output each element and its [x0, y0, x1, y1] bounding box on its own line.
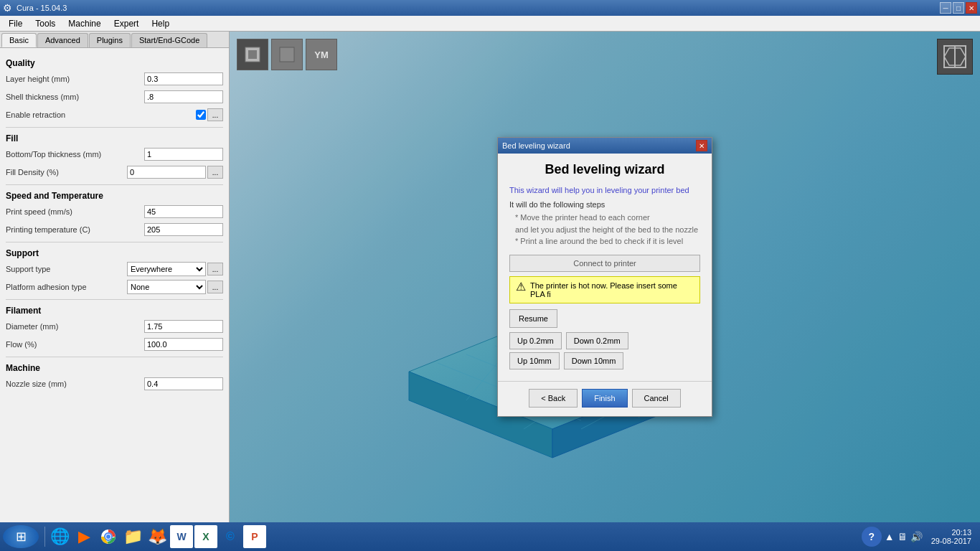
svg-point-24 — [106, 534, 110, 539]
taskbar-date: 29-08-2017 — [931, 537, 971, 545]
flow-label: Flow (%) — [6, 340, 144, 349]
tab-start-end-gcode[interactable]: Start/End-GCode — [131, 33, 207, 47]
menu-bar: File Tools Machine Expert Help — [0, 16, 980, 32]
tab-basic[interactable]: Basic — [1, 33, 37, 47]
cancel-button[interactable]: Cancel — [632, 389, 681, 408]
printing-temp-row: Printing temperature (C) — [6, 222, 223, 237]
platform-adhesion-select[interactable]: None Brim Raft — [127, 280, 206, 294]
dialog-step1: * Move the printer head to each corner — [515, 212, 700, 224]
window-title: Cura - 15.04.3 — [17, 4, 67, 12]
resume-button[interactable]: Resume — [509, 309, 557, 328]
start-button[interactable]: ⊞ — [3, 525, 39, 548]
fill-density-row: Fill Density (%) ... — [6, 164, 223, 180]
layer-height-input[interactable] — [144, 72, 223, 85]
diameter-label: Diameter (mm) — [6, 322, 144, 331]
taskbar-icon-chrome[interactable] — [97, 525, 120, 548]
platform-adhesion-row: Platform adhesion type None Brim Raft ..… — [6, 279, 223, 295]
support-type-row: Support type Everywhere None Touching bu… — [6, 261, 223, 277]
taskbar-icon-folder[interactable]: 📁 — [121, 525, 144, 548]
taskbar-time: 20:13 29-08-2017 — [925, 528, 977, 545]
minimize-button[interactable]: ─ — [940, 2, 951, 14]
tab-bar: Basic Advanced Plugins Start/End-GCode — [0, 32, 229, 48]
dialog-content: Bed leveling wizard This wizard will hel… — [498, 154, 712, 381]
retraction-dots-button[interactable]: ... — [207, 108, 223, 121]
menu-tools[interactable]: Tools — [29, 17, 61, 30]
filament-header: Filament — [6, 306, 223, 316]
enable-retraction-checkbox[interactable] — [196, 110, 206, 120]
menu-expert[interactable]: Expert — [108, 17, 145, 30]
taskbar-icon-outlook[interactable]: © — [219, 525, 242, 548]
warning-text: The printer is hot now. Please insert so… — [530, 281, 694, 298]
nozzle-size-input[interactable] — [144, 377, 223, 390]
bottom-top-thickness-input[interactable] — [144, 148, 223, 161]
dialog-footer: < Back Finish Cancel — [498, 381, 712, 416]
up-10-button[interactable]: Up 10mm — [509, 352, 560, 369]
support-type-select[interactable]: Everywhere None Touching buildplate — [127, 262, 206, 276]
layer-height-label: Layer height (mm) — [6, 75, 144, 83]
print-speed-input[interactable] — [144, 205, 223, 218]
bottom-top-thickness-row: Bottom/Top thickness (mm) — [6, 146, 223, 162]
fill-header: Fill — [6, 133, 223, 143]
adjustment-row-2: Up 10mm Down 10mm — [509, 352, 700, 369]
dialog-main-title: Bed leveling wizard — [509, 162, 700, 177]
taskbar-icon-powerpoint[interactable]: P — [243, 525, 266, 548]
enable-retraction-row: Enable retraction ... — [6, 107, 223, 123]
warning-icon: ⚠ — [516, 281, 526, 293]
up-02-button[interactable]: Up 0.2mm — [509, 332, 562, 349]
settings-form: Quality Layer height (mm) Shell thicknes… — [0, 48, 229, 398]
diameter-input[interactable] — [144, 320, 223, 333]
support-type-label: Support type — [6, 265, 127, 273]
fill-density-dots-button[interactable]: ... — [207, 166, 223, 179]
adjustment-row-1: Up 0.2mm Down 0.2mm — [509, 332, 700, 349]
printing-temp-input[interactable] — [144, 223, 223, 236]
dialog-subtitle: This wizard will help you in leveling yo… — [509, 186, 700, 194]
taskbar-volume-icon: 🔊 — [910, 531, 923, 542]
window-close-button[interactable]: ✕ — [966, 2, 977, 14]
taskbar-icon-media[interactable]: ▶ — [72, 525, 95, 548]
menu-machine[interactable]: Machine — [62, 17, 106, 30]
finish-button[interactable]: Finish — [582, 389, 627, 408]
taskbar-icon-ie[interactable]: 🌐 — [48, 525, 71, 548]
connect-to-printer-button[interactable]: Connect to printer — [509, 255, 700, 272]
taskbar-icon-excel[interactable]: X — [194, 525, 217, 548]
taskbar-network-icon: 🖥 — [897, 531, 908, 542]
dialog-title: Bed leveling wizard — [502, 141, 570, 150]
back-button[interactable]: < Back — [529, 389, 578, 408]
tab-plugins[interactable]: Plugins — [89, 33, 131, 47]
shell-thickness-row: Shell thickness (mm) — [6, 89, 223, 105]
down-02-button[interactable]: Down 0.2mm — [566, 332, 628, 349]
fill-density-label: Fill Density (%) — [6, 168, 127, 176]
platform-adhesion-dots-button[interactable]: ... — [207, 281, 223, 293]
taskbar: ⊞ 🌐 ▶ 📁 🦊 W X © P ? ▲ 🖥 🔊 20:13 29-08-20… — [0, 522, 980, 551]
title-bar: ⚙ Cura - 15.04.3 ─ □ ✕ — [0, 0, 980, 16]
flow-input[interactable] — [144, 338, 223, 351]
bed-leveling-dialog: Bed leveling wizard ✕ Bed leveling wizar… — [497, 137, 712, 417]
taskbar-help-button[interactable]: ? — [862, 527, 882, 547]
dialog-close-button[interactable]: ✕ — [696, 140, 707, 151]
menu-help[interactable]: Help — [146, 17, 175, 30]
menu-file[interactable]: File — [3, 17, 28, 30]
taskbar-divider-1 — [44, 527, 45, 547]
taskbar-icon-firefox[interactable]: 🦊 — [146, 525, 169, 548]
nozzle-size-row: Nozzle size (mm) — [6, 376, 223, 392]
fill-density-input[interactable] — [127, 166, 206, 179]
viewport: YM — [230, 32, 980, 522]
dialog-steps-intro: It will do the following steps — [509, 200, 700, 209]
enable-retraction-label: Enable retraction — [6, 110, 196, 119]
print-speed-row: Print speed (mm/s) — [6, 204, 223, 220]
tab-advanced[interactable]: Advanced — [37, 33, 88, 47]
printing-temp-label: Printing temperature (C) — [6, 225, 144, 234]
taskbar-icon-word[interactable]: W — [170, 525, 193, 548]
maximize-button[interactable]: □ — [953, 2, 964, 14]
down-10-button[interactable]: Down 10mm — [564, 352, 624, 369]
machine-header: Machine — [6, 363, 223, 373]
title-bar-controls: ─ □ ✕ — [940, 2, 977, 14]
dialog-overlay: Bed leveling wizard ✕ Bed leveling wizar… — [230, 32, 980, 522]
nozzle-size-label: Nozzle size (mm) — [6, 380, 144, 388]
shell-thickness-input[interactable] — [144, 90, 223, 103]
flow-row: Flow (%) — [6, 336, 223, 352]
support-type-dots-button[interactable]: ... — [207, 263, 223, 276]
print-speed-label: Print speed (mm/s) — [6, 207, 144, 216]
taskbar-arrow-icon: ▲ — [885, 531, 895, 542]
left-panel: Basic Advanced Plugins Start/End-GCode Q… — [0, 32, 230, 522]
